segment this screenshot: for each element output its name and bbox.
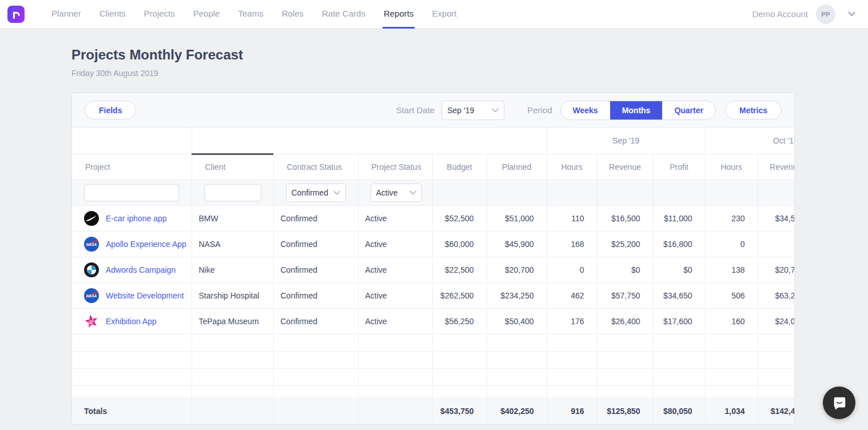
nav-item-clients[interactable]: Clients [98,0,127,29]
col-header-planned[interactable]: Planned [487,154,547,180]
star-logo-icon [84,314,99,329]
oct-hours-cell: 230 [705,205,758,231]
table-row: NASA Apollo Experience App NASA Confirme… [72,231,794,257]
col-header-sep-profit[interactable]: Profit [653,154,705,180]
sep-hours-cell: 110 [547,205,597,231]
col-header-oct-revenue[interactable]: Revenue [758,154,794,180]
col-header-client[interactable]: Client [192,154,273,180]
budget-cell: $56,250 [432,308,487,334]
nav-item-rate-cards[interactable]: Rate Cards [321,0,367,29]
col-header-project[interactable]: Project [72,154,192,180]
client-cell: Starship Hospital [192,282,273,308]
col-header-oct-hours[interactable]: Hours [705,154,758,180]
nav-item-planner[interactable]: Planner [50,0,82,29]
oct-hours-cell: 506 [705,282,758,308]
svg-text:NASA: NASA [86,293,97,297]
totals-row: Totals $453,750 $402,250 916 $125,850 $8… [72,398,794,424]
project-link[interactable]: Website Development [106,291,184,300]
sep-hours-cell: 462 [547,282,597,308]
page-subtitle: Friday 30th August 2019 [71,69,795,78]
period-label: Period [527,105,552,115]
nav-item-roles[interactable]: Roles [281,0,305,29]
nav-item-teams[interactable]: Teams [237,0,264,29]
totals-planned: $402,250 [487,398,547,424]
period-segmented-control: Weeks Months Quarter [560,101,716,120]
period-option-quarter[interactable]: Quarter [662,101,715,120]
project-link[interactable]: Apollo Experience App [106,240,186,249]
col-header-budget[interactable]: Budget [432,154,487,180]
contract-status-cell: Confirmed [273,231,358,257]
client-cell: Nike [192,257,273,282]
project-status-cell: Active [358,231,432,257]
report-toolbar: Fields Start Date Sep '19 Period Weeks M… [72,93,794,128]
project-filter-input[interactable] [84,184,179,201]
totals-sep-revenue: $125,850 [597,398,653,424]
nav-item-export[interactable]: Export [431,0,457,29]
sep-profit-cell: $0 [653,257,705,282]
report-card: Fields Start Date Sep '19 Period Weeks M… [71,93,795,425]
account-name: Demo Account [752,9,808,19]
oct-revenue-cell: $63,2 [758,282,794,308]
period-option-weeks[interactable]: Weeks [561,101,610,120]
period-option-months[interactable]: Months [610,101,663,120]
oct-revenue-cell [758,231,794,257]
planned-cell: $20,700 [487,257,547,282]
project-link[interactable]: E-car iphone app [106,214,167,223]
budget-cell: $52,500 [432,205,487,231]
metrics-button[interactable]: Metrics [725,101,782,120]
bmw-logo-icon [84,262,99,277]
chevron-down-icon [492,108,499,113]
sep-revenue-cell: $25,200 [597,231,653,257]
planned-cell: $45,900 [487,231,547,257]
chat-widget-button[interactable] [823,387,855,419]
project-status-filter-value: Active [376,188,409,197]
project-status-filter[interactable]: Active [371,184,422,202]
oct-hours-cell: 0 [705,231,758,257]
start-date-label: Start Date [396,105,435,115]
client-cell: TePapa Museum [192,308,273,334]
month-group-row: Sep '19 Oct '19 [72,128,794,154]
filter-row: Confirmed Active [72,180,794,205]
nav-item-people[interactable]: People [192,0,221,29]
avatar[interactable]: PP [816,5,835,24]
project-status-cell: Active [358,205,432,231]
nasa-logo-icon: NASA [84,288,99,303]
fields-button[interactable]: Fields [85,101,136,120]
nasa-logo-icon: NASA [84,237,99,252]
chevron-down-icon[interactable] [848,11,855,17]
month-group-sep: Sep '19 [547,128,705,154]
empty-row [72,351,794,368]
sep-revenue-cell: $0 [597,257,653,282]
col-header-project-status[interactable]: Project Status [358,154,432,180]
brand-r-icon [11,9,21,19]
sep-revenue-cell: $16,500 [597,205,653,231]
totals-sep-hours: 916 [547,398,597,424]
col-header-contract-status[interactable]: Contract Status [273,154,358,180]
totals-label: Totals [72,398,192,424]
nav-item-projects[interactable]: Projects [143,0,176,29]
table-row: Adwords Campaign Nike Confirmed Active $… [72,257,794,282]
planned-cell: $234,250 [487,282,547,308]
oct-hours-cell: 160 [705,308,758,334]
contract-status-cell: Confirmed [273,205,358,231]
contract-status-filter[interactable]: Confirmed [286,184,346,202]
sep-profit-cell: $16,800 [653,231,705,257]
sep-hours-cell: 0 [547,257,597,282]
planned-cell: $50,400 [487,308,547,334]
app-logo[interactable] [7,6,25,23]
nav-item-reports[interactable]: Reports [383,0,415,29]
col-header-sep-hours[interactable]: Hours [547,154,597,180]
totals-oct-revenue: $142,4 [758,398,794,424]
project-link[interactable]: Adwords Campaign [106,265,176,274]
sep-revenue-cell: $57,750 [597,282,653,308]
client-filter-input[interactable] [204,184,261,201]
start-date-value: Sep '19 [447,106,492,115]
sep-profit-cell: $17,600 [653,308,705,334]
start-date-select[interactable]: Sep '19 [441,101,504,120]
contract-status-cell: Confirmed [273,257,358,282]
col-header-sep-revenue[interactable]: Revenue [597,154,653,180]
forecast-table-wrap: Sep '19 Oct '19 Project Client Contract … [72,128,794,424]
table-row: E-car iphone app BMW Confirmed Active $5… [72,205,794,231]
oct-hours-cell: 138 [705,257,758,282]
project-link[interactable]: Exhibition App [106,317,157,326]
